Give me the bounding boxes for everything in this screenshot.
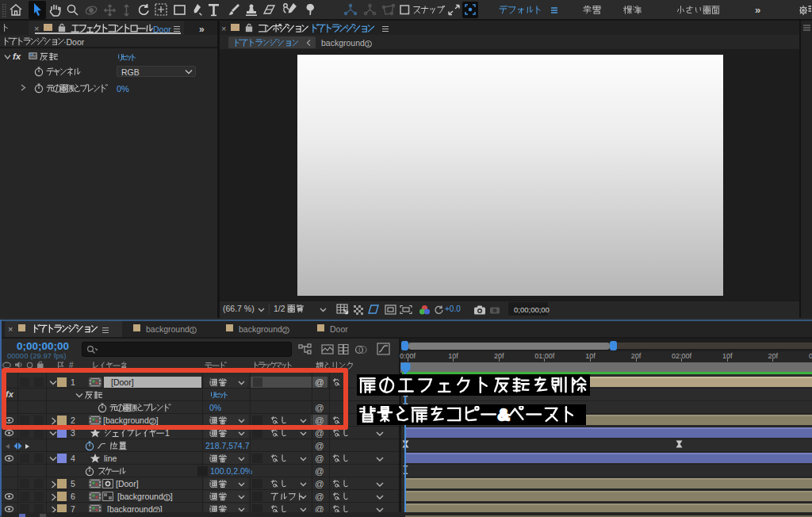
svg-text:&: & [497,406,509,423]
